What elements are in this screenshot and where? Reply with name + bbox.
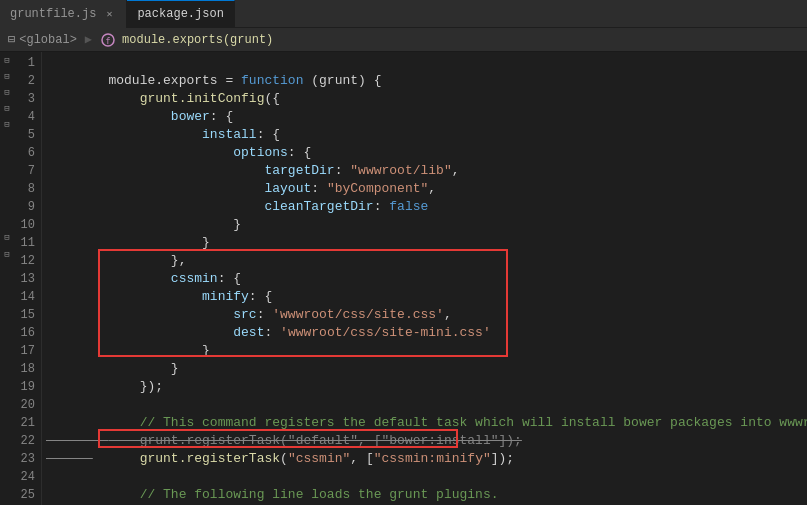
- code-line-5: options: {: [46, 126, 807, 144]
- indicator-6: [0, 133, 14, 149]
- code-line-3: bower: {: [46, 90, 807, 108]
- indicator-5[interactable]: ⊟: [0, 117, 14, 133]
- code-content: module.exports = function (grunt) { grun…: [42, 52, 807, 505]
- line-num-11: 11: [14, 234, 35, 252]
- indicator-24: [0, 424, 14, 440]
- line-num-22: 22: [14, 432, 35, 450]
- indicator-2[interactable]: ⊟: [0, 68, 14, 84]
- breadcrumb-function-icon: f: [100, 32, 116, 48]
- tab-bar: gruntfile.js ✕ package.json: [0, 0, 807, 28]
- code-line-23: [46, 450, 807, 468]
- line-num-15: 15: [14, 306, 35, 324]
- code-line-16: }: [46, 324, 807, 342]
- tab-packagejson-label: package.json: [137, 7, 223, 21]
- code-line-11: },: [46, 234, 807, 252]
- indicator-17: [0, 311, 14, 327]
- line-num-1: 1: [14, 54, 35, 72]
- code-line-21: grunt.registerTask("default", ["bower:in…: [46, 414, 807, 432]
- code-line-13: minify: {: [46, 270, 807, 288]
- line-num-23: 23: [14, 450, 35, 468]
- line-num-20: 20: [14, 396, 35, 414]
- code-line-8: cleanTargetDir: false: [46, 180, 807, 198]
- indicator-18: [0, 327, 14, 343]
- line-num-2: 2: [14, 72, 35, 90]
- code-line-4: install: {: [46, 108, 807, 126]
- tab-gruntfile-label: gruntfile.js: [10, 7, 96, 21]
- line-num-3: 3: [14, 90, 35, 108]
- code-line-25: // This line needs to be at the end of t…: [46, 486, 807, 504]
- line-num-21: 21: [14, 414, 35, 432]
- indicator-11: [0, 214, 14, 230]
- breadcrumb-expand-icon[interactable]: ⊟: [8, 32, 15, 47]
- indicator-25: [0, 440, 14, 456]
- code-line-24: // The following line loads the grunt pl…: [46, 468, 807, 486]
- indicator-19: [0, 343, 14, 359]
- code-line-20: // This command registers the default ta…: [46, 396, 807, 414]
- code-line-6: targetDir: "wwwroot/lib",: [46, 144, 807, 162]
- line-num-4: 4: [14, 108, 35, 126]
- indicator-16: [0, 295, 14, 311]
- code-line-7: layout: "byComponent",: [46, 162, 807, 180]
- indicator-27: [0, 472, 14, 488]
- line-num-19: 19: [14, 378, 35, 396]
- line-num-5: 5: [14, 126, 35, 144]
- indicator-15: [0, 278, 14, 294]
- indicator-26: [0, 456, 14, 472]
- indicator-4[interactable]: ⊟: [0, 101, 14, 117]
- indicator-23: [0, 408, 14, 424]
- code-line-14: src: 'wwwroot/css/site.css',: [46, 288, 807, 306]
- breadcrumb-function: module.exports(grunt): [122, 33, 273, 47]
- code-line-9: }: [46, 198, 807, 216]
- code-area: ⊟ ⊟ ⊟ ⊟ ⊟ ⊟ ⊟: [0, 52, 807, 505]
- indicator-20: [0, 359, 14, 375]
- line-num-14: 14: [14, 288, 35, 306]
- left-gutter: ⊟ ⊟ ⊟ ⊟ ⊟ ⊟ ⊟: [0, 52, 14, 505]
- indicator-21: [0, 375, 14, 391]
- code-line-2: grunt.initConfig({: [46, 72, 807, 90]
- code-line-17: }: [46, 342, 807, 360]
- line-num-25: 25: [14, 486, 35, 504]
- code-line-10: }: [46, 216, 807, 234]
- line-num-18: 18: [14, 360, 35, 378]
- svg-text:f: f: [105, 36, 110, 46]
- line-num-7: 7: [14, 162, 35, 180]
- indicator-1[interactable]: ⊟: [0, 52, 14, 68]
- indicator-7: [0, 149, 14, 165]
- tab-gruntfile-close[interactable]: ✕: [102, 7, 116, 21]
- editor-container: gruntfile.js ✕ package.json ⊟ <global> ▶…: [0, 0, 807, 505]
- indicator-22: [0, 392, 14, 408]
- tab-packagejson[interactable]: package.json: [127, 0, 234, 28]
- indicator-10: [0, 198, 14, 214]
- line-num-12: 12: [14, 252, 35, 270]
- code-line-15: dest: 'wwwroot/css/site-mini.css': [46, 306, 807, 324]
- code-line-12: cssmin: {: [46, 252, 807, 270]
- line-num-24: 24: [14, 468, 35, 486]
- indicator-13[interactable]: ⊟: [0, 246, 14, 262]
- breadcrumb-scope: <global>: [19, 33, 77, 47]
- indicator-12[interactable]: ⊟: [0, 230, 14, 246]
- indicator-9: [0, 181, 14, 197]
- breadcrumb-bar: ⊟ <global> ▶ f module.exports(grunt): [0, 28, 807, 52]
- indicator-28: [0, 489, 14, 505]
- tab-gruntfile[interactable]: gruntfile.js ✕: [0, 0, 127, 28]
- line-num-6: 6: [14, 144, 35, 162]
- code-line-19: [46, 378, 807, 396]
- indicator-14: [0, 262, 14, 278]
- line-num-17: 17: [14, 342, 35, 360]
- code-line-22: grunt.registerTask("cssmin", ["cssmin:mi…: [46, 432, 807, 450]
- line-numbers: 1 2 3 4 5 6 7 8 9 10 11 12 13 14 15 16 1…: [14, 52, 42, 505]
- code-line-18: });: [46, 360, 807, 378]
- indicator-8: [0, 165, 14, 181]
- line-num-10: 10: [14, 216, 35, 234]
- line-num-9: 9: [14, 198, 35, 216]
- code-line-1: module.exports = function (grunt) {: [46, 54, 807, 72]
- line-num-8: 8: [14, 180, 35, 198]
- indicator-3[interactable]: ⊟: [0, 84, 14, 100]
- line-num-16: 16: [14, 324, 35, 342]
- line-num-13: 13: [14, 270, 35, 288]
